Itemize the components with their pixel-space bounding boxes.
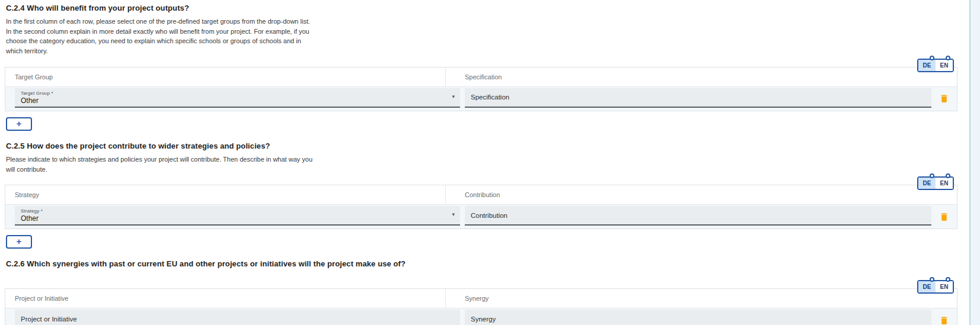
trash-icon	[939, 316, 949, 325]
translation-status-badge-de	[930, 56, 934, 60]
lang-de-button[interactable]: DE	[918, 178, 936, 189]
target-group-table: Target Group Specification Target Group …	[5, 67, 957, 111]
lang-en-button[interactable]: EN	[936, 281, 953, 292]
target-group-select[interactable]: Target Group * Other ▾	[15, 88, 460, 108]
table-header: Project or Initiative Synergy	[5, 289, 957, 308]
delete-row-button[interactable]	[936, 91, 953, 107]
language-toggle[interactable]: DE EN	[917, 280, 954, 294]
lang-en-button[interactable]: EN	[936, 178, 953, 189]
section-title: C.2.4 Who will benefit from your project…	[6, 4, 957, 12]
table-row	[5, 308, 957, 325]
row-actions	[931, 308, 957, 325]
select-floating-label: Strategy *	[21, 208, 446, 214]
add-row-button[interactable]: +	[6, 117, 32, 131]
column-header-synergy: Synergy	[446, 289, 957, 308]
synergy-cell	[465, 308, 931, 325]
synergy-input[interactable]	[465, 310, 931, 325]
select-value: Other	[21, 214, 446, 223]
lang-de-button[interactable]: DE	[918, 281, 936, 292]
table-row: Target Group * Other ▾	[5, 87, 957, 111]
right-panel-edge	[969, 0, 980, 325]
delete-row-button[interactable]	[936, 312, 953, 325]
language-toggle[interactable]: DE EN	[917, 176, 954, 190]
contribution-input[interactable]	[465, 206, 931, 226]
section-c24: C.2.4 Who will benefit from your project…	[5, 4, 957, 131]
delete-row-button[interactable]	[936, 208, 953, 225]
column-header-specification: Specification	[446, 67, 957, 86]
section-description: In the first column of each row, please …	[6, 17, 317, 56]
strategy-table-wrap: DE EN Strategy Contribution Strategy * O…	[5, 185, 957, 229]
contribution-cell	[465, 205, 931, 229]
synergy-table: Project or Initiative Synergy	[5, 288, 957, 325]
add-row-button[interactable]: +	[6, 235, 32, 249]
table-header: Target Group Specification	[5, 67, 957, 87]
chevron-down-icon: ▾	[452, 94, 455, 99]
column-header-project-or-initiative: Project or Initiative	[5, 289, 446, 308]
section-title: C.2.6 Which synergies with past or curre…	[6, 259, 957, 268]
table-row: Strategy * Other ▾	[5, 205, 957, 229]
row-actions	[931, 87, 957, 111]
column-header-strategy: Strategy	[5, 185, 446, 204]
strategy-cell: Strategy * Other ▾	[15, 205, 460, 229]
specification-cell	[465, 87, 931, 111]
project-or-initiative-cell	[15, 308, 460, 325]
column-header-contribution: Contribution	[446, 185, 957, 204]
trash-icon	[939, 212, 949, 222]
target-group-cell: Target Group * Other ▾	[15, 87, 460, 111]
trash-icon	[939, 94, 949, 104]
section-description: Please indicate to which strategies and …	[6, 155, 317, 174]
section-c26: C.2.6 Which synergies with past or curre…	[5, 259, 957, 325]
row-actions	[931, 205, 957, 229]
section-title: C.2.5 How does the project contribute to…	[6, 141, 957, 150]
select-floating-label: Target Group *	[21, 91, 446, 96]
chevron-down-icon: ▾	[452, 212, 455, 217]
table-header: Strategy Contribution	[5, 185, 957, 205]
select-value: Other	[21, 96, 446, 105]
strategy-select[interactable]: Strategy * Other ▾	[15, 206, 460, 226]
form-content: C.2.4 Who will benefit from your project…	[5, 4, 957, 325]
translation-status-badge-en	[946, 56, 950, 60]
project-or-initiative-input[interactable]	[15, 310, 460, 325]
strategy-table: Strategy Contribution Strategy * Other ▾	[5, 185, 957, 229]
lang-de-button[interactable]: DE	[918, 60, 936, 71]
specification-input[interactable]	[465, 88, 931, 108]
target-group-table-wrap: DE EN Target Group Specification Target …	[5, 67, 957, 111]
language-toggle[interactable]: DE EN	[917, 59, 954, 72]
section-c25: C.2.5 How does the project contribute to…	[5, 141, 957, 249]
lang-en-button[interactable]: EN	[936, 60, 953, 71]
column-header-target-group: Target Group	[5, 67, 446, 86]
synergy-table-wrap: DE EN Project or Initiative Synergy	[5, 288, 957, 325]
